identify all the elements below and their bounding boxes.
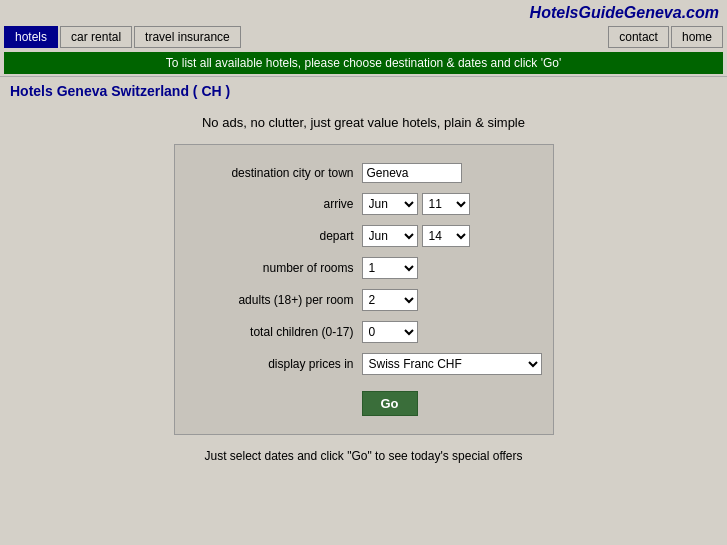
top-bar: HotelsGuideGeneva.com [0,0,727,24]
nav-home[interactable]: home [671,26,723,48]
info-message: To list all available hotels, please cho… [166,56,561,70]
rooms-label: number of rooms [199,261,354,275]
destination-row: destination city or town [199,163,529,183]
go-row: Go [199,385,529,416]
search-form: destination city or town arrive JanFebMa… [174,144,554,435]
main-content: No ads, no clutter, just great value hot… [0,105,727,473]
arrive-row: arrive JanFebMarAprMayJunJulAugSepOctNov… [199,193,529,215]
children-row: total children (0-17) 0123456 [199,321,529,343]
site-title: HotelsGuideGeneva.com [530,4,719,21]
nav-contact[interactable]: contact [608,26,669,48]
depart-day-select[interactable]: 1234567891011121314151617181920212223242… [422,225,470,247]
adults-select[interactable]: 12345678 [362,289,418,311]
footer-note: Just select dates and click "Go" to see … [204,449,522,463]
children-controls: 0123456 [362,321,418,343]
info-bar: To list all available hotels, please cho… [4,52,723,74]
adults-label: adults (18+) per room [199,293,354,307]
depart-controls: JanFebMarAprMayJunJulAugSepOctNovDec 123… [362,225,470,247]
depart-month-select[interactable]: JanFebMarAprMayJunJulAugSepOctNovDec [362,225,418,247]
rooms-row: number of rooms 12345678910 [199,257,529,279]
adults-controls: 12345678 [362,289,418,311]
page-title: Hotels Geneva Switzerland ( CH ) [10,83,230,99]
children-select[interactable]: 0123456 [362,321,418,343]
children-label: total children (0-17) [199,325,354,339]
nav-car-rental[interactable]: car rental [60,26,132,48]
go-button[interactable]: Go [362,391,418,416]
depart-row: depart JanFebMarAprMayJunJulAugSepOctNov… [199,225,529,247]
destination-label: destination city or town [199,166,354,180]
destination-input[interactable] [362,163,462,183]
destination-controls [362,163,462,183]
currency-select[interactable]: Swiss Franc CHF Euro EUR US Dollar USD B… [362,353,542,375]
page-heading: Hotels Geneva Switzerland ( CH ) [0,76,727,105]
currency-label: display prices in [199,357,354,371]
currency-controls: Swiss Franc CHF Euro EUR US Dollar USD B… [362,353,542,375]
currency-row: display prices in Swiss Franc CHF Euro E… [199,353,529,375]
arrive-label: arrive [199,197,354,211]
nav-travel-insurance[interactable]: travel insurance [134,26,241,48]
adults-row: adults (18+) per room 12345678 [199,289,529,311]
rooms-controls: 12345678910 [362,257,418,279]
depart-label: depart [199,229,354,243]
arrive-month-select[interactable]: JanFebMarAprMayJunJulAugSepOctNovDec [362,193,418,215]
arrive-controls: JanFebMarAprMayJunJulAugSepOctNovDec 123… [362,193,470,215]
tagline: No ads, no clutter, just great value hot… [202,115,525,130]
nav-bar: hotels car rental travel insurance conta… [0,24,727,50]
rooms-select[interactable]: 12345678910 [362,257,418,279]
nav-hotels[interactable]: hotels [4,26,58,48]
nav-right: contact home [608,26,723,48]
arrive-day-select[interactable]: 1234567891011121314151617181920212223242… [422,193,470,215]
